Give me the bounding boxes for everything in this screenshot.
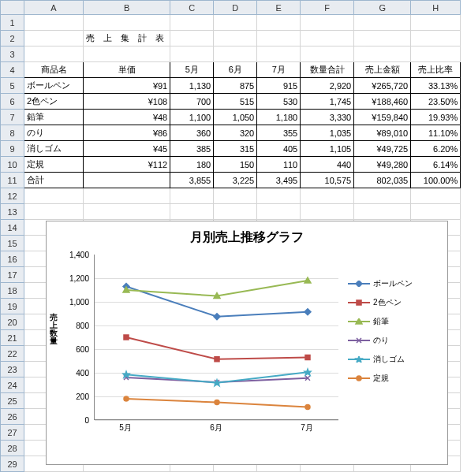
cell-A4[interactable]: 商品名 [24,62,84,78]
embedded-chart[interactable]: 月別売上推移グラフ 売上数量 ボールペン2色ペン鉛筆のり消しゴム定規 02004… [46,221,448,465]
cell-B9[interactable]: ¥45 [84,141,170,157]
cell-D12[interactable] [214,188,257,204]
cell-D9[interactable]: 315 [214,141,257,157]
cell-A11[interactable]: 合計 [24,173,84,188]
select-all-corner[interactable] [1,1,24,15]
cell-B3[interactable] [84,46,170,62]
cell-H13[interactable] [411,204,461,220]
cell-G8[interactable]: ¥89,010 [354,125,411,141]
cell-H8[interactable]: 11.10% [411,125,461,141]
cell-B5[interactable]: ¥91 [84,78,170,94]
cell-C8[interactable]: 360 [170,125,214,141]
cell-B12[interactable] [84,188,170,204]
row-header-16[interactable]: 16 [1,251,24,267]
cell-E9[interactable]: 405 [257,141,301,157]
col-header-B[interactable]: B [84,1,170,15]
cell-H7[interactable]: 19.93% [411,110,461,125]
cell-B6[interactable]: ¥108 [84,94,170,110]
cell-D5[interactable]: 875 [214,78,257,94]
cell-E1[interactable] [257,15,301,31]
col-header-A[interactable]: A [24,1,84,15]
cell-H1[interactable] [411,15,461,31]
cell-A7[interactable]: 鉛筆 [24,110,84,125]
cell-D3[interactable] [214,46,257,62]
cell-G10[interactable]: ¥49,280 [354,157,411,173]
cell-H3[interactable] [411,46,461,62]
cell-G5[interactable]: ¥265,720 [354,78,411,94]
cell-H6[interactable]: 23.50% [411,94,461,110]
cell-E5[interactable]: 915 [257,78,301,94]
cell-E11[interactable]: 3,495 [257,173,301,188]
cell-C10[interactable]: 180 [170,157,214,173]
cell-C3[interactable] [170,46,214,62]
cell-A6[interactable]: 2色ペン [24,94,84,110]
cell-C5[interactable]: 1,130 [170,78,214,94]
cell-D7[interactable]: 1,050 [214,110,257,125]
cell-G13[interactable] [354,204,411,220]
cell-H2[interactable] [411,31,461,46]
row-header-27[interactable]: 27 [1,425,24,441]
row-header-10[interactable]: 10 [1,157,24,173]
cell-H10[interactable]: 6.14% [411,157,461,173]
cell-D10[interactable]: 150 [214,157,257,173]
cell-F13[interactable] [301,204,354,220]
row-header-4[interactable]: 4 [1,62,24,78]
cell-D2[interactable] [214,31,257,46]
row-header-21[interactable]: 21 [1,330,24,346]
cell-C13[interactable] [170,204,214,220]
row-header-7[interactable]: 7 [1,110,24,125]
cell-D8[interactable]: 320 [214,125,257,141]
row-header-3[interactable]: 3 [1,46,24,62]
cell-E2[interactable] [257,31,301,46]
cell-B13[interactable] [84,204,170,220]
cell-B1[interactable] [84,15,170,31]
cell-F5[interactable]: 2,920 [301,78,354,94]
row-header-12[interactable]: 12 [1,188,24,204]
cell-C9[interactable]: 385 [170,141,214,157]
cell-E6[interactable]: 530 [257,94,301,110]
row-header-23[interactable]: 23 [1,362,24,377]
cell-G11[interactable]: 802,035 [354,173,411,188]
row-header-5[interactable]: 5 [1,78,24,94]
cell-F8[interactable]: 1,035 [301,125,354,141]
cell-B2[interactable]: 売 上 集 計 表 [84,31,170,46]
row-header-22[interactable]: 22 [1,346,24,362]
cell-G2[interactable] [354,31,411,46]
cell-C12[interactable] [170,188,214,204]
cell-G3[interactable] [354,46,411,62]
cell-G1[interactable] [354,15,411,31]
cell-F11[interactable]: 10,575 [301,173,354,188]
cell-E7[interactable]: 1,180 [257,110,301,125]
cell-F7[interactable]: 3,330 [301,110,354,125]
row-header-24[interactable]: 24 [1,377,24,393]
cell-F1[interactable] [301,15,354,31]
cell-B7[interactable]: ¥48 [84,110,170,125]
row-header-2[interactable]: 2 [1,31,24,46]
row-header-25[interactable]: 25 [1,393,24,409]
cell-D13[interactable] [214,204,257,220]
cell-B8[interactable]: ¥86 [84,125,170,141]
cell-H12[interactable] [411,188,461,204]
cell-D11[interactable]: 3,225 [214,173,257,188]
cell-E8[interactable]: 355 [257,125,301,141]
cell-D1[interactable] [214,15,257,31]
row-header-9[interactable]: 9 [1,141,24,157]
cell-A13[interactable] [24,204,84,220]
row-header-19[interactable]: 19 [1,299,24,314]
col-header-C[interactable]: C [170,1,214,15]
col-header-G[interactable]: G [354,1,411,15]
row-header-26[interactable]: 26 [1,409,24,425]
cell-G4[interactable]: 売上金額 [354,62,411,78]
cell-A9[interactable]: 消しゴム [24,141,84,157]
row-header-11[interactable]: 11 [1,173,24,188]
row-header-15[interactable]: 15 [1,236,24,251]
cell-F2[interactable] [301,31,354,46]
cell-A2[interactable] [24,31,84,46]
cell-H11[interactable]: 100.00% [411,173,461,188]
row-header-29[interactable]: 29 [1,456,24,472]
cell-B10[interactable]: ¥112 [84,157,170,173]
row-header-6[interactable]: 6 [1,94,24,110]
cell-C7[interactable]: 1,100 [170,110,214,125]
cell-G12[interactable] [354,188,411,204]
cell-A12[interactable] [24,188,84,204]
